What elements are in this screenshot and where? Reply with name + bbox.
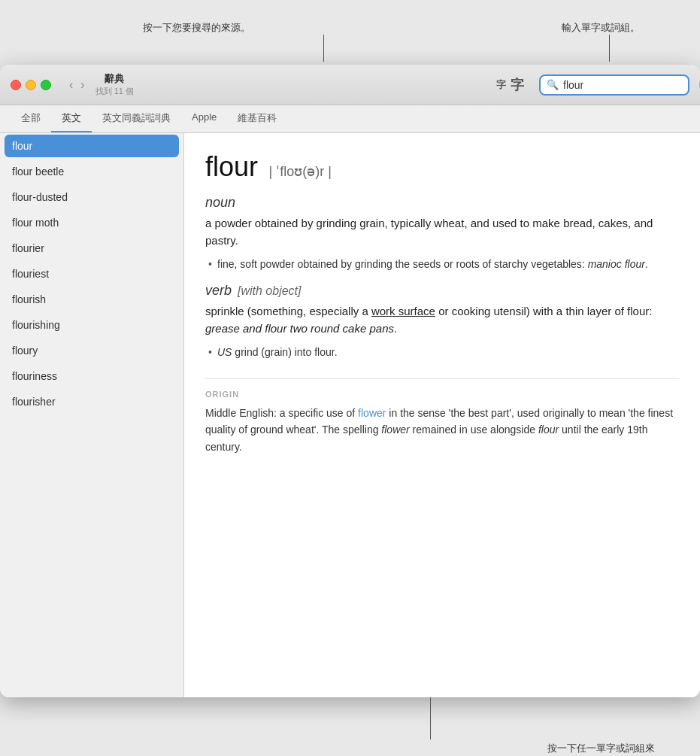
origin-start: Middle English: a specific use of	[205, 407, 358, 419]
maximize-button[interactable]	[41, 80, 51, 90]
search-icon: 🔍	[547, 79, 559, 90]
noun-bullet-1-text: fine, soft powder obtained by grinding t…	[217, 258, 588, 270]
toolbar: ‹ › 辭典 找到 11 個 字 字 🔍 ✕	[0, 65, 700, 105]
noun-definition-1: a powder obtained by grinding grain, typ…	[205, 215, 679, 249]
sidebar-item-flour-beetle[interactable]: flour beetle	[0, 159, 183, 184]
sidebar-item-flourisher[interactable]: flourisher	[0, 389, 183, 414]
app-window: ‹ › 辭典 找到 11 個 字 字 🔍 ✕ 全部 英文 英文同義詞詞典 App…	[0, 65, 700, 697]
annotation-source: 按一下您要搜尋的來源。	[143, 21, 250, 35]
sidebar-item-flouriness[interactable]: flouriness	[0, 363, 183, 389]
traffic-lights	[11, 80, 51, 90]
font-increase-button[interactable]: 字	[511, 76, 524, 94]
sidebar: flour flour beetle flour-dusted flour mo…	[0, 133, 184, 697]
verb-pos: verb[with object]	[205, 283, 679, 299]
annotation-bottom: 按一下任一單字或詞組來查看其定義。	[0, 697, 700, 756]
arrow-source	[323, 35, 324, 62]
origin-italic1: flower	[381, 424, 409, 436]
search-box: 🔍 ✕	[539, 74, 689, 96]
font-decrease-button[interactable]: 字	[496, 76, 506, 94]
verb-bullet-1: US grind (grain) into flour.	[205, 345, 679, 360]
tab-english[interactable]: 英文	[51, 105, 92, 132]
verb-def-start: sprinkle (something, especially a	[205, 305, 371, 317]
annotation-arrow-bottom	[430, 697, 431, 739]
annotation-top: 按一下您要搜尋的來源。 輸入單字或詞組。	[0, 15, 700, 60]
forward-button[interactable]: ›	[77, 77, 87, 93]
verb-bullet-us: US	[217, 346, 232, 358]
annotation-bottom-text: 按一下任一單字或詞組來查看其定義。	[547, 741, 655, 756]
sidebar-item-floury[interactable]: floury	[0, 338, 183, 363]
search-input[interactable]	[563, 79, 695, 91]
verb-bullet-text: grind (grain) into flour.	[232, 346, 337, 358]
tab-bar: 全部 英文 英文同義詞詞典 Apple 維基百科	[0, 105, 700, 133]
origin-section: ORIGIN Middle English: a specific use of…	[205, 378, 679, 455]
noun-section: noun a powder obtained by grinding grain…	[205, 195, 679, 272]
close-button[interactable]	[11, 80, 21, 90]
back-button[interactable]: ‹	[66, 77, 76, 93]
arrow-search	[609, 35, 610, 62]
sidebar-item-flouriest[interactable]: flouriest	[0, 261, 183, 287]
sidebar-item-flourier[interactable]: flourier	[0, 235, 183, 261]
verb-def-end: .	[394, 322, 397, 335]
tab-wikipedia[interactable]: 維基百科	[227, 105, 287, 132]
verb-definition-1: sprinkle (something, especially a work s…	[205, 303, 679, 337]
sidebar-item-flour-moth[interactable]: flour moth	[0, 210, 183, 235]
verb-def-link[interactable]: work surface	[371, 305, 435, 317]
main-layout: flour flour beetle flour-dusted flour mo…	[0, 133, 700, 697]
annotation-search: 輸入單字或詞組。	[562, 21, 640, 35]
tab-thesaurus[interactable]: 英文同義詞詞典	[92, 105, 181, 132]
title-block: 辭典 找到 11 個	[95, 72, 134, 97]
origin-end: remained in use alongside	[410, 424, 538, 436]
noun-pos: noun	[205, 195, 679, 211]
word-title: flour	[205, 151, 258, 182]
verb-pos-label: verb	[205, 283, 232, 298]
noun-bullet-1-end: .	[645, 258, 648, 270]
noun-bullet-1: fine, soft powder obtained by grinding t…	[205, 257, 679, 272]
verb-def-italic: grease and flour two round cake pans	[205, 322, 394, 335]
origin-link[interactable]: flower	[358, 407, 386, 419]
tab-all[interactable]: 全部	[11, 105, 51, 132]
sidebar-item-flour[interactable]: flour	[5, 135, 179, 157]
verb-def-mid: or cooking utensil) with a thin layer of…	[435, 305, 652, 317]
minimize-button[interactable]	[26, 80, 36, 90]
word-pronunciation: | ˈfloʊ(ə)r |	[268, 164, 331, 179]
sidebar-item-flour-dusted[interactable]: flour-dusted	[0, 184, 183, 210]
word-header: flour | ˈfloʊ(ə)r |	[205, 151, 679, 183]
origin-text: Middle English: a specific use of flower…	[205, 405, 679, 455]
origin-label: ORIGIN	[205, 390, 679, 399]
origin-italic2: flour	[538, 424, 559, 436]
tab-apple[interactable]: Apple	[181, 105, 227, 132]
sidebar-item-flourishing[interactable]: flourishing	[0, 312, 183, 338]
sidebar-item-flourish[interactable]: flourish	[0, 287, 183, 312]
nav-buttons: ‹ ›	[66, 77, 88, 93]
font-size-controls: 字 字	[496, 76, 524, 94]
content-area: flour | ˈfloʊ(ə)r | noun a powder obtain…	[184, 133, 700, 697]
window-subtitle: 找到 11 個	[95, 86, 134, 97]
verb-section: verb[with object] sprinkle (something, e…	[205, 283, 679, 360]
verb-qualifier: [with object]	[238, 284, 301, 297]
noun-bullet-1-italic: manioc flour	[588, 258, 645, 270]
window-title: 辭典	[105, 72, 124, 86]
